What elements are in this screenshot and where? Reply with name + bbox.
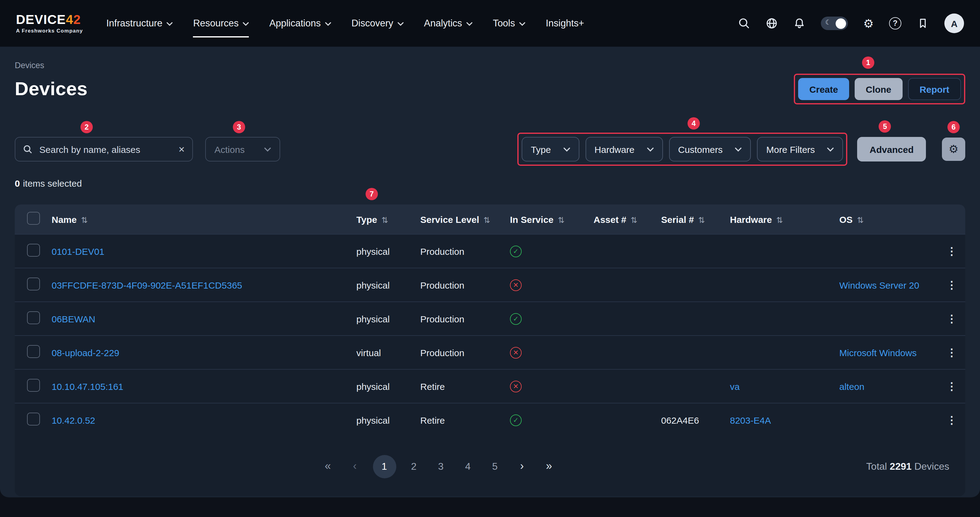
select-all-checkbox[interactable] [27,212,40,225]
column-header-service-level[interactable]: Service Level [420,214,510,224]
row-menu-icon[interactable] [938,245,965,258]
clone-button[interactable]: Clone [855,78,902,100]
search-icon[interactable] [738,17,750,30]
filter-customers-dropdown[interactable]: Customers [669,137,751,162]
question-mark-icon [889,17,901,30]
column-header-os[interactable]: OS [839,214,938,224]
row-checkbox[interactable] [27,379,40,392]
sort-icon[interactable] [484,215,490,224]
nav-item-label: Tools [493,18,515,29]
pagination-first-button[interactable]: « [318,460,337,473]
user-avatar[interactable]: A [944,14,964,33]
row-checkbox[interactable] [27,412,40,425]
pagination-page-3[interactable]: 3 [432,461,450,472]
row-checkbox[interactable] [27,311,40,324]
nav-item-infrastructure[interactable]: Infrastructure [106,14,173,33]
row-menu-icon[interactable] [938,380,965,393]
devices-table-card: 7 Name Type Service Level In Service Ass… [15,205,965,496]
cell-name[interactable]: 10.42.0.52 [52,415,356,425]
pagination-prev-button[interactable]: ‹ [345,460,364,473]
cell-os[interactable]: alteon [839,381,938,392]
table-settings-button[interactable] [942,138,965,161]
nav-item-discovery[interactable]: Discovery [352,14,404,33]
annotation-3: 3 [233,121,245,133]
sort-icon[interactable] [698,215,705,224]
row-menu-icon[interactable] [938,312,965,325]
pagination-page-5[interactable]: 5 [486,461,504,472]
nav-item-insights[interactable]: Insights+ [546,14,584,33]
column-header-type[interactable]: Type [356,214,420,224]
cell-type: virtual [356,347,420,358]
sort-icon[interactable] [857,215,864,224]
sort-icon[interactable] [776,215,783,224]
in-service-no-icon [510,381,522,392]
cell-service-level: Production [420,246,510,256]
cell-name[interactable]: 0101-DEV01 [52,246,356,256]
total-devices: Total 2291 Devices [866,461,949,472]
row-checkbox[interactable] [27,345,40,358]
pagination-page-4[interactable]: 4 [459,461,477,472]
in-service-yes-icon [510,245,522,257]
pagination-page-1[interactable]: 1 [373,455,396,478]
page-header: Devices 1 Create Clone Report [15,74,965,105]
cell-name[interactable]: 03FFCDFE-873D-4F09-902E-A51EF1CD5365 [52,280,356,290]
column-header-name[interactable]: Name [52,214,356,224]
row-menu-icon[interactable] [938,278,965,291]
search-input[interactable] [38,143,173,155]
globe-icon[interactable] [765,17,778,30]
actions-dropdown[interactable]: 3 Actions [205,137,280,162]
cell-name[interactable]: 10.10.47.105:161 [52,381,356,392]
create-button[interactable]: Create [799,78,849,100]
filter-type-dropdown[interactable]: Type [522,137,579,162]
nav-item-applications[interactable]: Applications [269,14,331,33]
pagination-next-button[interactable]: › [513,460,531,473]
row-menu-icon[interactable] [938,414,965,427]
filter-hardware-dropdown[interactable]: Hardware [585,137,663,162]
checkbox-cell [27,244,52,258]
row-checkbox[interactable] [27,244,40,257]
cell-hardware[interactable]: 8203-E4A [730,415,839,425]
cell-name[interactable]: 06BEWAN [52,314,356,324]
advanced-wrap: 5 Advanced [858,137,926,162]
column-header-hardware[interactable]: Hardware [730,214,839,224]
column-label: Asset # [593,214,627,224]
chevron-down-icon [735,147,741,151]
row-menu-icon[interactable] [938,346,965,359]
cell-os[interactable]: Windows Server 20 [839,280,938,290]
help-icon[interactable] [889,17,901,30]
checkbox-cell [27,345,52,360]
settings-gear-icon[interactable] [863,17,874,29]
nav-item-analytics[interactable]: Analytics [424,14,473,33]
in-service-yes-icon [510,313,522,325]
sort-icon[interactable] [558,215,565,224]
report-button[interactable]: Report [908,78,961,100]
cell-os[interactable]: Microsoft Windows [839,347,938,358]
column-header-asset[interactable]: Asset # [593,214,661,224]
sort-icon[interactable] [382,215,388,224]
row-checkbox[interactable] [27,278,40,290]
notifications-bell-icon[interactable] [793,17,805,30]
advanced-button[interactable]: Advanced [858,137,926,162]
theme-toggle[interactable] [821,17,848,30]
filter-more-filters-dropdown[interactable]: More Filters [757,137,843,162]
clear-search-icon[interactable] [178,144,185,154]
sort-icon[interactable] [81,215,88,224]
pagination-page-2[interactable]: 2 [405,461,423,472]
column-header-serial[interactable]: Serial # [661,214,730,224]
table-header: Name Type Service Level In Service Asset… [15,205,965,234]
chevron-down-icon [398,22,404,26]
nav-item-tools[interactable]: Tools [493,14,525,33]
toolbar: 2 3 Actions 4 Type Hardware Customers Mo… [15,133,965,166]
device42-logo[interactable]: DEVICE42 A Freshworks Company [16,13,83,34]
table-row: 08-upload-2-229 virtual Production Micro… [15,335,965,369]
nav-item-resources[interactable]: Resources [193,14,249,33]
pagination-last-button[interactable]: » [540,460,558,473]
sort-icon[interactable] [631,215,638,224]
total-count: 2291 [890,461,912,471]
breadcrumb[interactable]: Devices [15,47,44,70]
gear-icon [863,17,874,29]
cell-name[interactable]: 08-upload-2-229 [52,347,356,358]
column-header-in-service[interactable]: In Service [510,214,593,224]
cell-hardware[interactable]: va [730,381,839,392]
bookmark-icon[interactable] [917,17,929,30]
